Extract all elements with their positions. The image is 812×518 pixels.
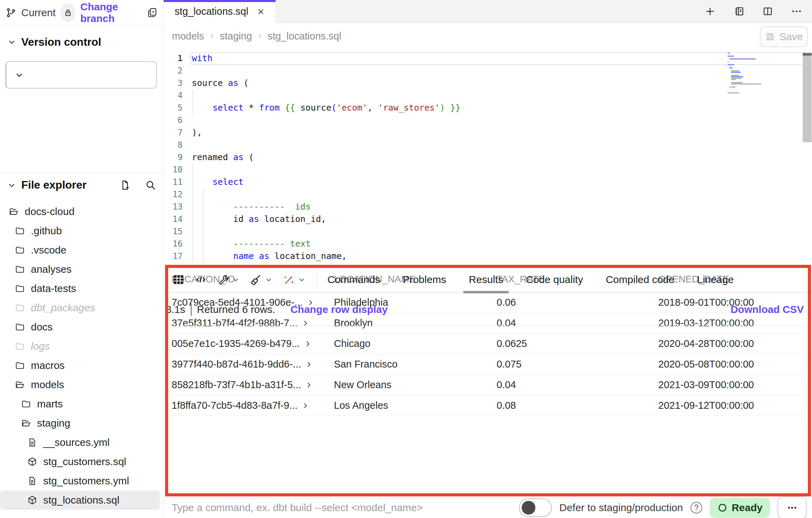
- file-tree-item--github[interactable]: .github: [0, 221, 160, 240]
- file-tree-item-analyses[interactable]: analyses: [0, 260, 160, 279]
- help-icon[interactable]: ?: [691, 502, 702, 514]
- cube-icon: [27, 495, 37, 505]
- more-actions-button[interactable]: [778, 496, 807, 518]
- change-row-display-link[interactable]: Change row display: [290, 304, 387, 315]
- create-branch-button[interactable]: Create branch: [5, 61, 157, 89]
- ready-ring-icon: [717, 503, 728, 513]
- download-csv-link[interactable]: Download CSV: [731, 304, 804, 315]
- file-tree-label: stg_customers.yml: [43, 475, 129, 487]
- file-tree-item-macros[interactable]: macros: [0, 356, 160, 375]
- results-table-icon[interactable]: [172, 273, 185, 286]
- expand-row-icon[interactable]: [304, 360, 313, 369]
- file-tree: docs-cloud.github.vscodeanalysesdata-tes…: [0, 202, 163, 510]
- code-text: source as (: [192, 77, 249, 89]
- cell-value: 0.08: [497, 400, 658, 411]
- code-line-7[interactable]: 7),: [164, 126, 812, 139]
- minimap-line: [731, 79, 736, 80]
- minimap-line: [729, 58, 756, 59]
- cell-value: 2021-03-09T00:00:00: [658, 379, 812, 391]
- file-tree-item--vscode[interactable]: .vscode: [0, 240, 160, 260]
- expand-row-icon[interactable]: [304, 381, 313, 390]
- code-line-17[interactable]: 17 name as location_name,: [164, 250, 812, 262]
- panel-tab-problems[interactable]: Problems: [403, 266, 446, 293]
- line-number: 7: [164, 126, 183, 139]
- code-line-16[interactable]: 16 ---------- text: [164, 238, 812, 250]
- code-lines[interactable]: 1with23source as (45 select * from {{ so…: [164, 52, 812, 262]
- split-editor-icon[interactable]: [762, 5, 774, 17]
- breadcrumb-item[interactable]: models: [172, 31, 204, 42]
- toolbar-separator: [191, 303, 192, 316]
- file-tree-item--sources-yml[interactable]: __sources.yml: [0, 433, 160, 452]
- breadcrumb-item[interactable]: staging: [220, 31, 252, 42]
- file-tree-item-logs[interactable]: logs: [0, 337, 160, 356]
- file-tree-item-staging[interactable]: staging: [0, 414, 160, 433]
- code-line-13[interactable]: 13 ---------- ids: [164, 201, 812, 213]
- search-icon[interactable]: [145, 179, 156, 191]
- new-tab-plus-icon[interactable]: [704, 5, 716, 17]
- panel-tab-code-quality[interactable]: Code quality: [526, 266, 583, 293]
- format-dropdown[interactable]: [250, 273, 273, 286]
- code-line-6[interactable]: 6: [164, 114, 812, 126]
- code-line-10[interactable]: 10: [164, 164, 812, 176]
- expand-row-icon[interactable]: [301, 401, 310, 410]
- editor-layout-icon[interactable]: [733, 5, 745, 17]
- panel-tab-lineage[interactable]: Lineage: [697, 266, 734, 293]
- panel-tab-commands[interactable]: Commands: [327, 266, 380, 293]
- table-row: 1f8ffa70-7cb5-4d83-8a7f-9...Los Angeles0…: [164, 395, 812, 416]
- code-line-3[interactable]: 3source as (: [164, 77, 812, 89]
- tab-stg-locations[interactable]: stg_locations.sql: [164, 0, 276, 23]
- results-toolbar: 3.1s Returned 6 rows. Change row display…: [164, 293, 812, 326]
- more-options-icon[interactable]: [791, 5, 802, 17]
- copy-icon[interactable]: [146, 7, 158, 19]
- code-line-11[interactable]: 11 select: [164, 176, 812, 188]
- build-tools-dropdown[interactable]: [217, 273, 240, 286]
- close-icon[interactable]: [256, 7, 265, 16]
- cell-value: 858218fb-73f7-4b1b-a31f-5...: [172, 379, 301, 391]
- new-file-icon[interactable]: [119, 179, 131, 191]
- save-button[interactable]: Save: [760, 26, 808, 47]
- expand-row-icon[interactable]: [303, 339, 312, 348]
- code-line-5[interactable]: 5 select * from {{ source('ecom', 'raw_s…: [164, 102, 812, 114]
- file-tree-item-stg-customers-yml[interactable]: stg_customers.yml: [0, 471, 160, 491]
- code-editor[interactable]: 1with23source as (45 select * from {{ so…: [164, 49, 812, 266]
- code-line-12[interactable]: 12: [164, 188, 812, 201]
- command-input[interactable]: [172, 502, 480, 514]
- panel-tab-compiled-code[interactable]: Compiled code: [606, 266, 674, 293]
- code-line-8[interactable]: 8: [164, 139, 812, 151]
- code-text: select * from {{ source('ecom', 'raw_sto…: [192, 102, 461, 114]
- file-tree-item-stg-locations-sql[interactable]: stg_locations.sql: [0, 491, 160, 510]
- file-tree-item-docs[interactable]: docs: [0, 317, 160, 337]
- ai-assist-dropdown[interactable]: [282, 273, 306, 286]
- code-text: ---------- ids: [192, 201, 311, 213]
- file-tree-item-data-tests[interactable]: data-tests: [0, 279, 160, 298]
- file-tree-item-dbt-packages[interactable]: dbt_packages: [0, 298, 160, 317]
- code-line-14[interactable]: 14 id as location_id,: [164, 213, 812, 225]
- file-explorer-section-header[interactable]: File explorer: [0, 173, 163, 197]
- file-tree-item-stg-customers-sql[interactable]: stg_customers.sql: [0, 452, 160, 471]
- chevron-down-icon: [14, 70, 24, 80]
- chevron-down-icon: [7, 37, 16, 47]
- command-bar: Defer to staging/production ? Ready: [164, 497, 812, 518]
- change-branch-link[interactable]: Change branch: [80, 1, 141, 24]
- create-branch-dropdown[interactable]: [6, 62, 32, 88]
- code-icon[interactable]: [195, 273, 207, 286]
- minimap[interactable]: [728, 53, 773, 97]
- code-line-2[interactable]: 2: [164, 65, 812, 77]
- file-tree-item-docs-cloud[interactable]: docs-cloud: [0, 202, 160, 221]
- editor-scrollbar[interactable]: [803, 53, 812, 142]
- code-line-1[interactable]: 1with: [164, 52, 812, 65]
- code-line-9[interactable]: 9renamed as (: [164, 151, 812, 164]
- defer-toggle[interactable]: [519, 498, 552, 517]
- file-icon: [27, 437, 37, 448]
- code-text: ),: [192, 126, 202, 139]
- panel-tab-results[interactable]: Results: [469, 266, 503, 293]
- line-number: 13: [164, 201, 183, 213]
- code-line-4[interactable]: 4: [164, 89, 812, 102]
- code-line-15[interactable]: 15: [164, 225, 812, 238]
- chevron-right-icon: [256, 32, 264, 40]
- breadcrumb-item[interactable]: stg_locations.sql: [268, 31, 341, 42]
- file-tree-item-marts[interactable]: marts: [0, 394, 160, 414]
- version-control-section-header[interactable]: Version control: [0, 33, 163, 51]
- file-tree-label: docs-cloud: [25, 206, 74, 217]
- file-tree-item-models[interactable]: models: [0, 375, 160, 394]
